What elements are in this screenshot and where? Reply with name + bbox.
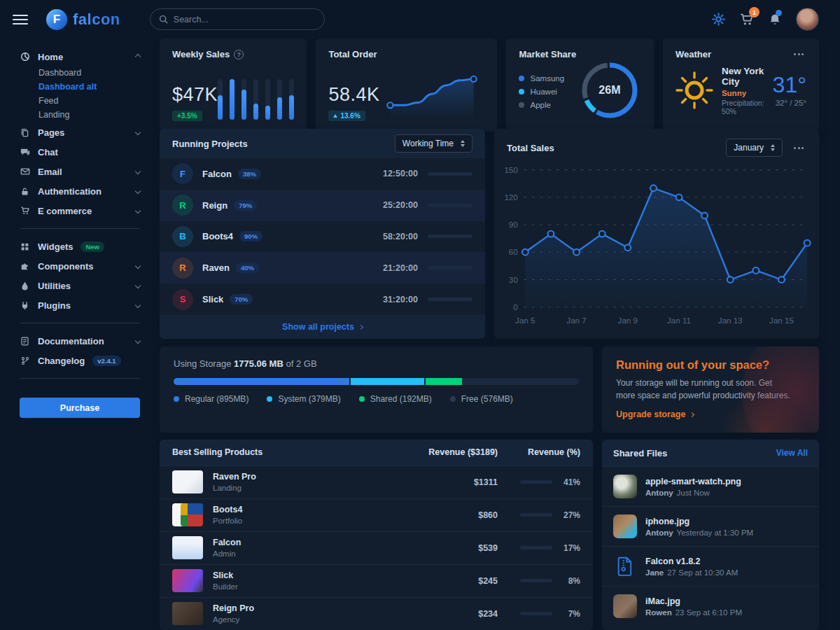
falcon-logo[interactable]: F falcon	[46, 9, 120, 30]
sidebar-item-documentation[interactable]: Documentation	[20, 331, 140, 351]
market-share-card: Market Share Samsung Huawei Apple 26M	[506, 38, 653, 132]
weekly-sales-badge: +3.5%	[172, 111, 202, 121]
revenue-progress	[520, 480, 552, 484]
sidebar-item-utilities[interactable]: Utilities	[20, 276, 140, 295]
weather-range: 32° / 25°	[773, 99, 806, 107]
file-time: 23 Sep at 6:10 PM	[676, 608, 742, 617]
sidebar-item-ecommerce[interactable]: E commerce	[20, 201, 140, 220]
sidebar: Home Dashboard Dashboard alt Feed Landin…	[0, 38, 160, 630]
puzzle-icon	[20, 261, 30, 271]
table-row: Boots4Portfolio $860 27%	[160, 498, 593, 531]
card-menu-icon[interactable]	[791, 144, 806, 152]
user-avatar[interactable]	[796, 8, 819, 31]
sidebar-item-label: Authentication	[38, 186, 128, 197]
project-badge: 70%	[230, 294, 253, 304]
project-time: 12:50:00	[383, 169, 418, 178]
product-price: $245	[393, 576, 498, 586]
sidebar-item-dashboard-alt[interactable]: Dashboard alt	[20, 80, 140, 94]
sidebar-item-chat[interactable]: Chat	[20, 142, 140, 162]
upgrade-storage-link[interactable]: Upgrade storage	[616, 410, 694, 419]
view-all-link[interactable]: View All	[776, 448, 808, 458]
help-icon[interactable]: ?	[234, 50, 244, 59]
product-thumbnail	[172, 503, 203, 526]
sidebar-item-label: Changelog	[38, 356, 85, 366]
search-input[interactable]	[174, 15, 316, 24]
svg-text:120: 120	[504, 193, 517, 202]
sidebar-item-label: Chat	[38, 147, 140, 158]
svg-text:Jan 11: Jan 11	[667, 316, 691, 325]
storage-suffix: of 2 GB	[286, 358, 316, 369]
project-progress	[428, 204, 472, 207]
weather-precipitation: Precipitation: 50%	[722, 99, 764, 115]
product-name: Raven Pro	[213, 472, 393, 482]
revenue-progress	[520, 612, 552, 615]
product-category: Builder	[213, 582, 393, 591]
notification-dot	[776, 10, 782, 16]
envelope-icon	[20, 167, 30, 176]
project-avatar: R	[172, 258, 193, 279]
project-progress	[428, 172, 472, 176]
plug-icon	[20, 301, 30, 310]
sidebar-item-components[interactable]: Components	[20, 256, 140, 276]
legend-label: Apple	[530, 101, 550, 109]
total-order-badge: 13.6%	[328, 111, 365, 121]
table-header-revenue: Revenue ($3189)	[393, 447, 498, 457]
sidebar-item-pages[interactable]: Pages	[20, 122, 140, 142]
version-badge: v2.4.1	[92, 356, 120, 366]
project-name: Reign	[202, 200, 227, 211]
list-item: iMac.jpg Rowen23 Sep at 6:10 PM	[602, 586, 819, 626]
table-header-products: Best Selling Products	[172, 447, 393, 457]
legend-dot	[359, 396, 365, 402]
project-row: S Slick 70% 31:20:00	[160, 284, 485, 315]
working-time-select[interactable]: Working Time	[395, 134, 472, 153]
cart-icon[interactable]: 1	[739, 12, 754, 27]
revenue-progress	[520, 513, 552, 517]
product-name: Reign Pro	[213, 603, 393, 613]
sidebar-item-plugins[interactable]: Plugins	[20, 295, 140, 315]
storage-prefix: Using Storage	[174, 358, 231, 369]
sidebar-item-email[interactable]: Email	[20, 162, 140, 181]
sidebar-item-authentication[interactable]: Authentication	[20, 181, 140, 201]
file-thumbnail	[613, 514, 637, 538]
weekly-sales-bar-chart	[218, 79, 294, 120]
code-branch-icon	[20, 356, 30, 365]
chevron-down-icon	[135, 302, 141, 308]
file-owner: Antony	[645, 489, 673, 497]
legend-label: Free (576MB)	[461, 394, 513, 404]
total-order-line-chart	[379, 59, 484, 121]
legend-dot	[519, 76, 524, 81]
list-item: Falcon v1.8.2 Jane27 Sep at 10:30 AM	[602, 546, 819, 586]
project-avatar: S	[172, 289, 193, 310]
file-time: Just Now	[677, 489, 710, 497]
search-box[interactable]	[150, 8, 325, 30]
sidebar-item-label: Components	[38, 261, 128, 272]
show-all-projects-link[interactable]: Show all projects	[160, 315, 485, 339]
legend-dot	[267, 396, 272, 402]
legend-dot	[519, 102, 524, 108]
sidebar-item-label: Email	[38, 167, 128, 177]
sidebar-item-label: E commerce	[38, 206, 128, 216]
storage-segment-shared	[426, 378, 462, 385]
product-category: Portfolio	[213, 517, 393, 525]
storage-segment-system	[351, 378, 424, 385]
sidebar-item-landing[interactable]: Landing	[20, 108, 140, 122]
chevron-up-icon	[135, 54, 141, 59]
total-order-card: Total Order 58.4K 13.6%	[316, 38, 497, 132]
settings-gear-icon[interactable]	[712, 13, 725, 26]
notifications-bell-icon[interactable]	[768, 13, 782, 27]
sidebar-item-feed[interactable]: Feed	[20, 94, 140, 108]
svg-text:60: 60	[509, 248, 518, 256]
sidebar-item-widgets[interactable]: Widgets New	[20, 237, 140, 256]
falcon-logo-text: falcon	[73, 10, 120, 29]
sidebar-item-changelog[interactable]: Changelog v2.4.1	[20, 351, 140, 370]
month-select[interactable]: January	[726, 139, 783, 157]
sidebar-item-dashboard[interactable]: Dashboard	[20, 66, 140, 80]
purchase-button[interactable]: Purchase	[20, 398, 140, 418]
sidebar-item-home[interactable]: Home	[20, 47, 140, 66]
project-name: Raven	[202, 262, 230, 273]
hamburger-menu-icon[interactable]	[13, 12, 28, 27]
card-menu-icon[interactable]	[791, 50, 806, 58]
main-content: Weekly Sales ? $47K +3.5% Total Order	[160, 38, 840, 630]
weekly-sales-value: $47K	[172, 84, 218, 106]
svg-text:150: 150	[504, 166, 517, 174]
